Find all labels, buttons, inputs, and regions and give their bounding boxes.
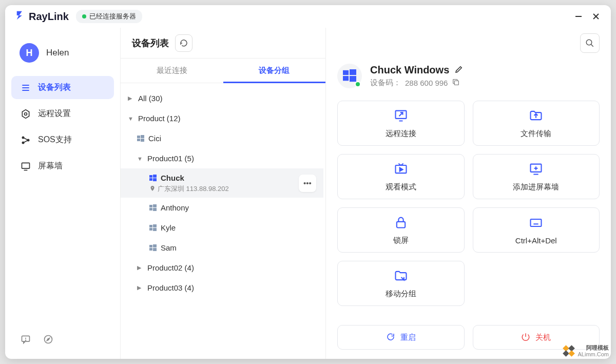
device-tree[interactable]: ▶All (30) ▼Product (12) Cici ▼Product01 … xyxy=(121,83,325,359)
keyboard-icon xyxy=(529,216,543,232)
svg-rect-44 xyxy=(343,76,349,81)
device-name: Chuck Windows xyxy=(370,64,449,76)
tab-groups[interactable]: 设备分组 xyxy=(223,59,326,83)
nav-sos[interactable]: SOS支持 xyxy=(11,128,114,151)
more-button[interactable]: ••• xyxy=(299,175,316,192)
copy-icon[interactable] xyxy=(452,78,460,88)
tab-recent[interactable]: 最近连接 xyxy=(121,59,223,83)
tree-group-product01[interactable]: ▼Product01 (5) xyxy=(121,148,323,168)
nav-screen-wall[interactable]: 屏幕墙 xyxy=(11,155,114,178)
svg-rect-29 xyxy=(153,204,157,207)
tree-device-cici[interactable]: Cici xyxy=(121,128,323,148)
power-row: 重启 关机 xyxy=(337,325,600,350)
edit-icon[interactable] xyxy=(454,65,464,76)
refresh-button[interactable] xyxy=(175,34,192,52)
tree-device-kyle[interactable]: Kyle xyxy=(121,218,323,238)
caret-right-icon: ▶ xyxy=(137,264,143,271)
svg-marker-19 xyxy=(47,338,50,341)
panel-title: 设备列表 xyxy=(132,37,169,49)
tree-group-product02[interactable]: ▶Product02 (4) xyxy=(121,258,323,278)
compass-icon[interactable] xyxy=(43,334,53,347)
close-button[interactable] xyxy=(591,13,601,20)
svg-line-41 xyxy=(591,44,593,47)
search-button[interactable] xyxy=(580,33,600,53)
minimize-button[interactable] xyxy=(574,13,583,20)
nav-label: 远程设置 xyxy=(38,108,71,119)
nav-remote-settings[interactable]: 远程设置 xyxy=(11,102,114,125)
device-detail-panel: Chuck Windows 设备码： 288 600 996 远程连接 xyxy=(326,28,611,359)
action-lock-screen[interactable]: 锁屏 xyxy=(337,207,465,253)
feedback-icon[interactable] xyxy=(21,334,31,347)
windows-icon xyxy=(149,244,157,252)
action-add-screen-wall[interactable]: 添加进屏幕墙 xyxy=(473,154,600,199)
tree-device-anthony[interactable]: Anthony xyxy=(121,198,323,218)
svg-rect-46 xyxy=(455,81,459,85)
svg-rect-57 xyxy=(531,219,542,226)
connection-status: 已经连接服务器 xyxy=(76,10,142,23)
svg-point-17 xyxy=(26,340,26,340)
logo-icon xyxy=(15,10,27,23)
svg-rect-36 xyxy=(149,245,152,247)
action-label: 远程连接 xyxy=(386,129,416,139)
svg-point-7 xyxy=(25,112,27,115)
user-name: Helen xyxy=(46,48,69,58)
action-remote-connect[interactable]: 远程连接 xyxy=(337,101,465,146)
caret-down-icon: ▼ xyxy=(137,156,143,162)
svg-rect-42 xyxy=(343,70,349,75)
svg-rect-37 xyxy=(153,244,157,247)
windows-icon xyxy=(137,135,144,142)
device-code: 288 600 996 xyxy=(405,79,448,87)
svg-rect-32 xyxy=(149,225,152,227)
sidebar-footer xyxy=(11,330,114,351)
tv-play-icon xyxy=(394,162,408,178)
watermark: 阿哩模板 ALimm.Com xyxy=(563,344,609,358)
nav-label: SOS支持 xyxy=(38,135,72,145)
tree-group-product03[interactable]: ▶Product03 (4) xyxy=(121,278,323,298)
nav-label: 设备列表 xyxy=(38,82,71,93)
restart-button[interactable]: 重启 xyxy=(337,325,465,350)
online-indicator-icon xyxy=(355,81,361,87)
tree-group-product[interactable]: ▼Product (12) xyxy=(121,108,323,128)
svg-rect-31 xyxy=(153,208,157,211)
action-grid: 远程连接 文件传输 观看模式 添加进屏幕墙 锁屏 xyxy=(337,101,600,306)
action-label: Ctrl+Alt+Del xyxy=(515,236,557,245)
device-list-header: 设备列表 xyxy=(121,28,325,59)
app-logo: RayLink xyxy=(15,10,69,23)
logo-text: RayLink xyxy=(29,11,69,23)
svg-rect-21 xyxy=(141,135,144,138)
user-profile[interactable]: H Helen xyxy=(11,40,114,76)
sidebar: H Helen 设备列表 远程设置 SOS支持 屏幕墙 xyxy=(5,28,121,359)
device-header: Chuck Windows 设备码： 288 600 996 xyxy=(337,59,600,101)
action-label: 观看模式 xyxy=(386,182,416,192)
device-code-label: 设备码： xyxy=(370,78,401,88)
device-os-icon xyxy=(337,64,362,88)
svg-rect-23 xyxy=(141,139,144,142)
power-icon xyxy=(521,332,530,343)
svg-line-11 xyxy=(24,138,28,139)
monitor-plus-icon xyxy=(529,162,543,178)
tree-group-all[interactable]: ▶All (30) xyxy=(121,88,323,108)
action-label: 文件传输 xyxy=(521,129,551,139)
button-label: 关机 xyxy=(535,333,551,342)
status-text: 已经连接服务器 xyxy=(89,12,136,21)
svg-rect-28 xyxy=(149,205,152,207)
svg-rect-22 xyxy=(137,139,140,141)
windows-icon xyxy=(149,224,157,232)
action-watch-mode[interactable]: 观看模式 xyxy=(337,154,465,199)
location-icon xyxy=(149,185,156,193)
svg-rect-45 xyxy=(350,76,356,82)
caret-right-icon: ▶ xyxy=(128,95,134,102)
nav-label: 屏幕墙 xyxy=(38,161,63,171)
svg-marker-51 xyxy=(399,167,402,171)
action-move-group[interactable]: 移动分组 xyxy=(337,261,465,306)
svg-rect-27 xyxy=(153,178,157,181)
tree-device-sam[interactable]: Sam xyxy=(121,238,323,258)
action-ctrl-alt-del[interactable]: Ctrl+Alt+Del xyxy=(473,207,600,253)
watermark-line2: ALimm.Com xyxy=(578,351,609,358)
svg-rect-26 xyxy=(149,178,152,181)
nav-devices[interactable]: 设备列表 xyxy=(11,76,114,99)
svg-rect-33 xyxy=(153,224,157,227)
gear-icon xyxy=(21,109,31,119)
tree-device-chuck[interactable]: Chuck 广东深圳 113.88.98.202 ••• xyxy=(121,168,323,198)
action-file-transfer[interactable]: 文件传输 xyxy=(473,101,600,146)
